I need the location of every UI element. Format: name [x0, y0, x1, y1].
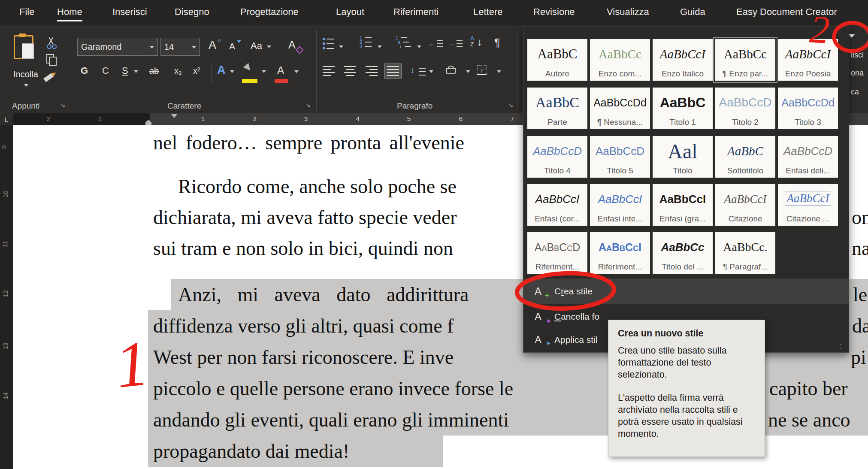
- font-name-select[interactable]: Garamond: [77, 38, 158, 56]
- font-color-icon[interactable]: A: [277, 64, 284, 76]
- underline-button[interactable]: S: [122, 65, 128, 76]
- style-tile-citazione[interactable]: AaBbCcI Citazione: [715, 184, 775, 226]
- doc-line[interactable]: sui tram e non solo in bici, quindi non: [153, 233, 453, 264]
- strikethrough-button[interactable]: ab: [149, 66, 159, 76]
- chevron-down-icon[interactable]: [24, 84, 28, 87]
- style-tile-titolo-2[interactable]: AaBbCcD Titolo 2: [715, 88, 775, 129]
- tab-disegno[interactable]: Disegno: [175, 6, 209, 18]
- style-tile-titolo-del-libro[interactable]: AaBbCc Titolo del ...: [653, 232, 713, 274]
- format-painter-icon[interactable]: [43, 73, 54, 82]
- doc-line-selected[interactable]: propagandato dai media!: [148, 436, 443, 467]
- bold-button[interactable]: G: [81, 65, 88, 76]
- style-tile-titolo-1[interactable]: AaBbC Titolo 1: [653, 88, 713, 129]
- tab-visualizza[interactable]: Visualizza: [607, 6, 649, 18]
- chevron-down-icon[interactable]: [466, 70, 470, 73]
- chevron-down-icon[interactable]: [417, 45, 421, 48]
- chevron-down-icon[interactable]: [378, 45, 382, 48]
- align-left-icon[interactable]: [323, 66, 335, 76]
- tab-revisione[interactable]: Revisione: [533, 6, 575, 18]
- chevron-down-icon[interactable]: [262, 70, 266, 73]
- doc-line[interactable]: Ricordo come, anche solo poche se: [178, 171, 457, 202]
- replace-button-fragment[interactable]: iisci: [851, 51, 864, 60]
- style-tile-enfasi-grassetto[interactable]: AaBbCcI Enfasi (gra...: [653, 184, 713, 226]
- shrink-font-icon[interactable]: A: [229, 41, 235, 51]
- style-tile-enzo-italico[interactable]: AaBbCcI Enzo Italico: [653, 39, 713, 81]
- shading-bucket-icon[interactable]: [446, 68, 456, 74]
- style-tile-enzo-poesia[interactable]: AaBbCcI Enzo Poesia: [778, 39, 838, 81]
- clear-formatting-icon[interactable]: A: [288, 39, 296, 51]
- bullets-icon[interactable]: [323, 38, 334, 49]
- style-tile-enfasi-delicata[interactable]: AaBbCcD Enfasi deli...: [778, 136, 838, 178]
- italic-button[interactable]: C: [102, 65, 109, 76]
- doc-line-fragment[interactable]: pi: [851, 342, 866, 373]
- select-button-fragment[interactable]: ona: [851, 69, 864, 78]
- doc-line-fragment[interactable]: capito ber: [769, 373, 848, 404]
- dialog-launcher-icon[interactable]: ↘: [508, 101, 514, 109]
- left-indent-marker[interactable]: [145, 122, 151, 125]
- style-tile-titolo-5[interactable]: AaBbCcD Titolo 5: [590, 136, 650, 178]
- style-tile-nessuna[interactable]: AaBbCcDd ¶ Nessuna...: [590, 88, 650, 129]
- borders-icon[interactable]: [477, 65, 487, 75]
- style-tile-titolo-4[interactable]: AaBbCcD Titolo 4: [527, 136, 587, 178]
- style-tile-enfasi-corsivo[interactable]: AaBbCcI Enfasi (cor...: [527, 184, 587, 226]
- chevron-down-icon[interactable]: [429, 70, 433, 73]
- create-style-menu-item[interactable]: Crea stile: [523, 278, 849, 304]
- justify-icon[interactable]: [384, 64, 402, 79]
- doc-line[interactable]: dichiarata, mi aveva fatto specie veder: [153, 202, 457, 233]
- style-tile-parte[interactable]: AaBbC Parte: [527, 88, 587, 129]
- indent-icon[interactable]: →: [448, 39, 455, 48]
- align-right-icon[interactable]: [366, 66, 378, 76]
- pilcrow-icon[interactable]: ¶: [494, 36, 500, 49]
- numbering-icon[interactable]: 1 2 3: [360, 36, 372, 48]
- style-tile-riferimento-delicato[interactable]: AaBbCcD Riferiment...: [527, 232, 587, 274]
- text-effects-icon[interactable]: A: [217, 64, 226, 77]
- tab-home[interactable]: Home: [57, 6, 82, 21]
- doc-line[interactable]: nel fodero… sempre pronta all'evenie: [153, 127, 464, 158]
- doc-line-fragment[interactable]: da: [852, 310, 868, 342]
- style-tile-autore[interactable]: AaBbC Autore: [527, 39, 587, 81]
- chevron-down-icon[interactable]: [497, 70, 501, 73]
- tab-file[interactable]: File: [19, 6, 34, 18]
- paste-button[interactable]: Incolla: [8, 30, 44, 94]
- tab-selector[interactable]: L: [0, 113, 13, 125]
- chevron-down-icon[interactable]: [134, 70, 138, 73]
- chevron-down-icon[interactable]: [339, 45, 343, 48]
- tab-layout[interactable]: Layout: [336, 6, 364, 18]
- doc-line-fragment[interactable]: le: [853, 279, 867, 310]
- tab-riferimenti[interactable]: Riferimenti: [393, 6, 439, 18]
- tab-progettazione[interactable]: Progettazione: [240, 6, 299, 18]
- highlight-icon[interactable]: [243, 63, 253, 73]
- superscript-button[interactable]: x²: [193, 66, 200, 76]
- style-tile-enzo-com[interactable]: AaBbCc Enzo com...: [590, 39, 650, 81]
- doc-line-fragment[interactable]: ne se anco: [768, 404, 850, 436]
- outdent-icon[interactable]: ←: [428, 39, 436, 48]
- style-tile-enzo-par[interactable]: AaBbCc ¶ Enzo par...: [715, 39, 775, 81]
- change-case-icon[interactable]: Aa: [251, 40, 262, 51]
- style-tile-riferimento-intenso[interactable]: AaBbCcI Riferiment...: [590, 232, 650, 274]
- dialog-launcher-icon[interactable]: ↘: [305, 101, 311, 109]
- multilevel-list-icon[interactable]: 1 a i: [396, 36, 411, 48]
- resize-grip-icon[interactable]: .:: [837, 342, 843, 351]
- chevron-down-icon[interactable]: [230, 70, 234, 73]
- grow-font-icon[interactable]: A: [209, 39, 216, 52]
- tab-guida[interactable]: Guida: [680, 6, 705, 18]
- chevron-down-icon[interactable]: [294, 70, 299, 73]
- style-tile-titolo-3[interactable]: AaBbCcDd Titolo 3: [778, 88, 838, 129]
- font-size-select[interactable]: 14: [160, 38, 200, 56]
- align-center-icon[interactable]: [344, 66, 356, 76]
- style-tile-sottotitolo[interactable]: AaBbC Sottotitolo: [715, 136, 775, 178]
- dialog-launcher-icon[interactable]: ↘: [60, 101, 66, 109]
- tab-inserisci[interactable]: Inserisci: [112, 6, 147, 18]
- style-tile-titolo[interactable]: Aal Titolo: [653, 136, 713, 178]
- first-line-indent-marker[interactable]: [171, 114, 177, 118]
- tab-lettere[interactable]: Lettere: [473, 6, 503, 18]
- styles-more-chevron-icon[interactable]: [849, 34, 855, 38]
- style-tile-enfasi-intensa[interactable]: AaBbCcI Enfasi inte...: [590, 184, 650, 226]
- tab-easy-document-creator[interactable]: Easy Document Creator: [736, 6, 837, 18]
- sort-icon[interactable]: A Z: [470, 35, 474, 47]
- subscript-button[interactable]: x₂: [174, 66, 182, 76]
- style-tile-paragrafo-elenco[interactable]: AaBbCc. ¶ Paragraf...: [715, 232, 775, 274]
- cut-scissors-icon[interactable]: [45, 37, 57, 48]
- line-spacing-icon[interactable]: ↕: [410, 65, 414, 75]
- doc-line-fragment[interactable]: nas: [852, 233, 868, 264]
